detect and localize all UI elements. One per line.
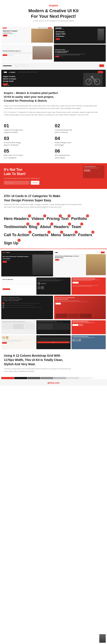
category-about: About 19 (40, 223, 51, 231)
cat-label-footers: Footers (78, 231, 92, 239)
category-blog: Blog 16 (29, 223, 38, 231)
feature-5: 05 More Than 270 UI Cards,In 17 Categori… (4, 149, 52, 159)
preview-card-4: Feel free to contactfor any help or assi… (54, 44, 106, 62)
cat-label-videos: Videos (32, 215, 44, 222)
category-headers: Headers 12 (54, 223, 69, 231)
feature-text-2: 1170px Bootstrap GridWith 12 Columns (55, 129, 103, 134)
feature-text-6: All Components AreVector Based (55, 154, 103, 159)
cat-badge-contacts: 15 (48, 231, 50, 234)
inspire-label: Inspire (4, 4, 103, 7)
cat-label-hero-headers: Hero Headers (4, 215, 29, 222)
main-title: Modern & Creative UI KitFor Your Next Pr… (4, 8, 103, 19)
cat-label-contacts: Contacts (32, 231, 48, 239)
category-pricing: Pricing 14 (47, 215, 60, 222)
category-search: Search 8 (63, 231, 76, 239)
feature-text-4: Easily Change ColorsAnd Images (55, 142, 103, 146)
cat-badge-headers: 12 (68, 222, 71, 226)
feature-number-1: 01 (4, 124, 52, 128)
color-strip-top (1, 377, 106, 379)
cat-badge-blog: 16 (36, 222, 40, 226)
cat-label-blog: Blog (29, 223, 38, 231)
bottom-desc: The files are fully layered and customiz… (4, 368, 103, 373)
preview-card-2: All DreamsBegins WithA Dreamer. (54, 26, 106, 44)
category-contacts: Contacts 15 (32, 231, 48, 239)
category-testimonials: Testimonials 22 (4, 223, 27, 231)
screenshot-small-3 (72, 320, 106, 334)
feature-number-2: 02 (55, 124, 103, 128)
cat-label-search: Search (63, 231, 76, 239)
screenshot-dark-hero: Inspire We Create Enthusiasts That Make … (1, 251, 53, 276)
screenshot-light-form: Hello, My Name Is Mathilda Hughe, I Am A… (54, 251, 106, 276)
feature-text-5: More Than 270 UI Cards,In 17 Categories (4, 154, 52, 159)
footer: gfxtra.com (0, 380, 107, 386)
category-menu: Menu 10 (51, 231, 61, 239)
cat-label-menu: Menu (51, 231, 61, 239)
category-team: Team 17 (72, 223, 81, 231)
cards-title: 270+ UI Cards In 17 Categories To MakeYo… (4, 194, 103, 202)
feature-text-3: A Pixel Perfect Design,Easy To Customize (4, 142, 52, 146)
feature-text-1: Using Free Google FontsPoppins & Roboto (4, 129, 52, 134)
cat-badge-signup: 9 (18, 239, 20, 242)
screenshot-small-6 (72, 335, 106, 349)
top-header: Inspire Modern & Creative UI KitFor Your… (0, 0, 107, 26)
cat-label-text: Text (61, 215, 69, 222)
cards-count-section: 270+ UI Cards In 17 Categories To MakeYo… (0, 191, 107, 212)
category-hero-headers: Hero Headers 28 (4, 215, 29, 222)
screenshot-testimonial-dark (36, 278, 70, 294)
preview-card-1: Welcome To Inspire! (1, 26, 53, 44)
description-section: Inspire – Modern & Creative pixel perfec… (0, 88, 107, 121)
screenshot-contact-form: Send Us A Message! (1, 278, 36, 294)
sign-in-strip: Email Pass (1, 62, 106, 69)
cat-label-portfolio: Portfolio (71, 215, 87, 222)
feature-2: 02 1170px Bootstrap GridWith 12 Columns (55, 124, 103, 134)
screenshots-section: Inspire We Create Enthusiasts That Make … (0, 249, 107, 349)
screenshot-small-1 (1, 320, 36, 334)
wide-banner-logo (4, 72, 7, 73)
category-text: Text 25 (61, 215, 69, 222)
categories-section: Hero Headers 28 Videos 11 Pricing 14 Tex… (0, 212, 107, 248)
cat-badge-about: 19 (50, 222, 53, 226)
cat-badge-portfolio: 18 (86, 214, 89, 218)
screenshot-small-4 (1, 335, 36, 349)
feature-1: 01 Using Free Google FontsPoppins & Robo… (4, 124, 52, 134)
footer-logo: gfxtra.com (4, 382, 103, 384)
category-portfolio: Portfolio 18 (71, 215, 87, 222)
screenshot-small-5: Sign In Login (36, 335, 70, 349)
category-signup: Sign Up 9 (4, 239, 18, 247)
svg-rect-2 (91, 76, 93, 77)
cat-label-team: Team (72, 223, 81, 231)
cat-label-cta: Call To Action (4, 231, 29, 239)
cards-subtitle: Drag and drop cards, customize, replace … (4, 203, 103, 208)
screenshot-red-bg: Our Current Focus: Your Modern Face-Book… (54, 296, 106, 319)
preview-card-3: A Design & Development Agency To Lorem i… (1, 44, 53, 62)
category-videos: Videos 11 (32, 215, 44, 222)
feature-number-3: 03 (4, 136, 52, 141)
feature-3: 03 A Pixel Perfect Design,Easy To Custom… (4, 136, 52, 146)
screenshot-red-cta (72, 278, 106, 294)
category-cta: Call To Action 20 (4, 231, 29, 239)
feature-number-4: 04 (55, 136, 103, 141)
cat-badge-hero-headers: 28 (28, 214, 31, 218)
red-cta-banner: It's Not TooLate To Start! Lorem ipsum d… (0, 163, 107, 189)
preview-grid-top: Welcome To Inspire! All DreamsBegi (0, 26, 107, 62)
cat-badge-team: 17 (80, 222, 83, 226)
feature-number-5: 05 (4, 149, 52, 154)
features-grid: 01 Using Free Google FontsPoppins & Robo… (0, 121, 107, 162)
category-footers: Footers 13 (78, 231, 92, 239)
cat-badge-videos: 11 (43, 214, 46, 218)
cat-label-signup: Sign Up (4, 239, 18, 247)
feature-6: 06 All Components AreVector Based (55, 149, 103, 159)
cat-label-headers: Headers (54, 223, 69, 231)
screenshot-small-2 (36, 320, 70, 334)
cat-badge-footers: 13 (92, 231, 94, 234)
cat-badge-search: 8 (75, 231, 78, 234)
description-body-1: Using a 12-Column Bootstrap grid with 11… (4, 104, 103, 110)
screenshot-services-dark: Nowadays, I Upgraded My Services,Offerin… (1, 296, 53, 319)
bottom-title: Using A 12 Column Bootstrap Grid With117… (4, 354, 103, 366)
description-body-2: 270+ UI Cards in 17 categories to make y… (4, 111, 103, 116)
description-title: Inspire – Modern & Creative pixel perfec… (4, 91, 103, 103)
wide-dark-banner: ▲ Inspire Highly CreativeWorks & UniqueD… (1, 70, 106, 87)
feature-4: 04 Easily Change ColorsAnd Images (55, 136, 103, 146)
subtitle: A Multi-Device UI Kit Created For Photos… (4, 20, 103, 22)
cat-label-pricing: Pricing (47, 215, 60, 222)
